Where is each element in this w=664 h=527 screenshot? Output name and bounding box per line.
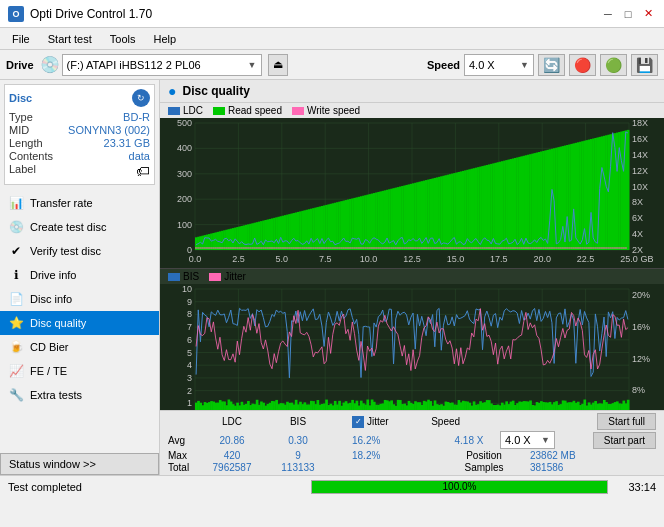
bis-total: 113133 xyxy=(281,462,314,473)
drive-select-value: (F:) ATAPI iHBS112 2 PL06 xyxy=(67,59,201,71)
menu-help[interactable]: Help xyxy=(145,31,184,47)
disc-mid-row: MID SONYNN3 (002) xyxy=(9,124,150,136)
write-speed-legend: Write speed xyxy=(292,105,360,116)
nav-disc-quality[interactable]: ⭐ Disc quality xyxy=(0,311,159,335)
bis-legend: BIS xyxy=(168,271,199,282)
refresh-button[interactable]: 🔄 xyxy=(538,54,565,76)
status-window-button[interactable]: Status window >> xyxy=(0,453,159,475)
disc-contents-value: data xyxy=(129,150,150,162)
sidebar-bottom: Status window >> xyxy=(0,453,159,475)
jitter-checkbox[interactable]: ✓ xyxy=(352,416,364,428)
nav-items: 📊 Transfer rate 💿 Create test disc ✔ Ver… xyxy=(0,191,159,407)
maximize-button[interactable]: □ xyxy=(620,6,636,22)
position-label: Position xyxy=(466,450,502,461)
ldc-col-header: LDC xyxy=(222,416,242,427)
ldc-legend: LDC xyxy=(168,105,203,116)
drive-bar: Drive 💿 (F:) ATAPI iHBS112 2 PL06 ▼ ⏏ Sp… xyxy=(0,50,664,80)
app-icon: O xyxy=(8,6,24,22)
stats-area: LDC BIS ✓ Jitter Speed Start full xyxy=(160,410,664,475)
drive-info-icon: ℹ xyxy=(8,267,24,283)
test-speed-select[interactable]: 4.0 X ▼ xyxy=(500,431,555,449)
disc-type-row: Type BD-R xyxy=(9,111,150,123)
disc-refresh-icon[interactable]: ↻ xyxy=(132,89,150,107)
menu-bar: File Start test Tools Help xyxy=(0,28,664,50)
samples-value: 381586 xyxy=(530,462,563,473)
drive-select[interactable]: (F:) ATAPI iHBS112 2 PL06 ▼ xyxy=(62,54,262,76)
menu-start-test[interactable]: Start test xyxy=(40,31,100,47)
nav-drive-info-label: Drive info xyxy=(30,269,76,281)
nav-cd-bier-label: CD Bier xyxy=(30,341,69,353)
nav-cd-bier[interactable]: 🍺 CD Bier xyxy=(0,335,159,359)
bottom-chart-legend: BIS Jitter xyxy=(160,269,664,284)
progress-bar: 100.0% xyxy=(311,480,608,494)
eject-button[interactable]: ⏏ xyxy=(268,54,288,76)
speed-label: Speed xyxy=(427,59,460,71)
speed-select[interactable]: 4.0 X ▼ xyxy=(464,54,534,76)
speed-col-header: Speed xyxy=(431,416,460,427)
bis-color xyxy=(168,273,180,281)
nav-create-test-disc[interactable]: 💿 Create test disc xyxy=(0,215,159,239)
verify-test-disc-icon: ✔ xyxy=(8,243,24,259)
write-speed-label: Write speed xyxy=(307,105,360,116)
samples-label: Samples xyxy=(465,462,504,473)
nav-fe-te[interactable]: 📈 FE / TE xyxy=(0,359,159,383)
icon-btn-1[interactable]: 🔴 xyxy=(569,54,596,76)
top-chart-canvas xyxy=(160,118,664,268)
disc-quality-header-icon: ● xyxy=(168,83,176,99)
speed-value: 4.0 X xyxy=(469,59,495,71)
ldc-avg: 20.86 xyxy=(219,435,244,446)
nav-disc-quality-label: Disc quality xyxy=(30,317,86,329)
read-speed-label: Read speed xyxy=(228,105,282,116)
nav-verify-test-disc-label: Verify test disc xyxy=(30,245,101,257)
create-test-disc-icon: 💿 xyxy=(8,219,24,235)
nav-transfer-rate[interactable]: 📊 Transfer rate xyxy=(0,191,159,215)
read-speed-legend: Read speed xyxy=(213,105,282,116)
disc-quality-icon: ⭐ xyxy=(8,315,24,331)
disc-label-icon[interactable]: 🏷 xyxy=(136,163,150,179)
max-label: Max xyxy=(168,450,196,461)
drive-label: Drive xyxy=(6,59,34,71)
ldc-max: 420 xyxy=(224,450,241,461)
bis-label: BIS xyxy=(183,271,199,282)
speed-arrow: ▼ xyxy=(520,60,529,70)
stats-max-row: Max 420 9 18.2% Position 23862 MB xyxy=(168,450,656,461)
top-chart-legend: LDC Read speed Write speed xyxy=(160,103,664,118)
icon-btn-2[interactable]: 🟢 xyxy=(600,54,627,76)
nav-create-test-disc-label: Create test disc xyxy=(30,221,106,233)
transfer-rate-icon: 📊 xyxy=(8,195,24,211)
disc-length-label: Length xyxy=(9,137,43,149)
sidebar: Disc ↻ Type BD-R MID SONYNN3 (002) Lengt… xyxy=(0,80,160,475)
nav-fe-te-label: FE / TE xyxy=(30,365,67,377)
jitter-label: Jitter xyxy=(224,271,246,282)
disc-panel-title: Disc xyxy=(9,92,32,104)
minimize-button[interactable]: ─ xyxy=(600,6,616,22)
title-bar: O Opti Drive Control 1.70 ─ □ ✕ xyxy=(0,0,664,28)
bis-max: 9 xyxy=(295,450,301,461)
start-full-button[interactable]: Start full xyxy=(597,413,656,430)
save-button[interactable]: 💾 xyxy=(631,54,658,76)
right-panel: ● Disc quality LDC Read speed Write spee… xyxy=(160,80,664,475)
nav-extra-tests[interactable]: 🔧 Extra tests xyxy=(0,383,159,407)
nav-drive-info[interactable]: ℹ Drive info xyxy=(0,263,159,287)
progress-text: 100.0% xyxy=(312,481,607,493)
disc-label-row: Label 🏷 xyxy=(9,163,150,179)
disc-info-icon: 📄 xyxy=(8,291,24,307)
ldc-total: 7962587 xyxy=(213,462,252,473)
test-speed-arrow: ▼ xyxy=(541,435,550,445)
close-button[interactable]: ✕ xyxy=(640,6,656,22)
nav-disc-info[interactable]: 📄 Disc info xyxy=(0,287,159,311)
ldc-color xyxy=(168,107,180,115)
start-part-button[interactable]: Start part xyxy=(593,432,656,449)
disc-contents-row: Contents data xyxy=(9,150,150,162)
drive-select-arrow: ▼ xyxy=(248,60,257,70)
menu-tools[interactable]: Tools xyxy=(102,31,144,47)
jitter-checkbox-area: ✓ Jitter xyxy=(352,416,389,428)
ldc-label: LDC xyxy=(183,105,203,116)
start-buttons: Start full xyxy=(597,413,656,430)
jitter-legend-color xyxy=(209,273,221,281)
nav-verify-test-disc[interactable]: ✔ Verify test disc xyxy=(0,239,159,263)
menu-file[interactable]: File xyxy=(4,31,38,47)
disc-length-row: Length 23.31 GB xyxy=(9,137,150,149)
jitter-avg: 16.2% xyxy=(352,435,380,446)
top-chart xyxy=(160,118,664,269)
